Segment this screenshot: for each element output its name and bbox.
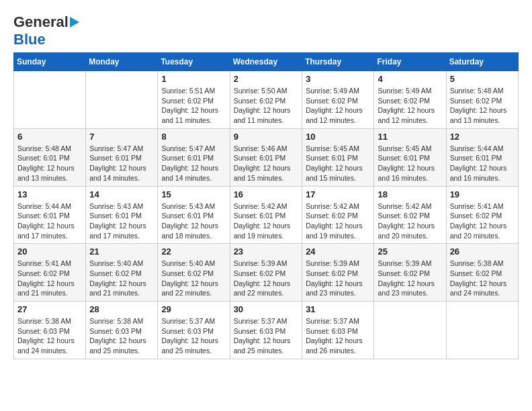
day-info: Sunrise: 5:38 AMSunset: 6:03 PMDaylight:…	[17, 316, 82, 356]
calendar-cell: 16Sunrise: 5:42 AMSunset: 6:01 PMDayligh…	[230, 186, 302, 244]
calendar-cell: 10Sunrise: 5:45 AMSunset: 6:01 PMDayligh…	[302, 128, 374, 186]
calendar-cell: 2Sunrise: 5:50 AMSunset: 6:02 PMDaylight…	[230, 71, 302, 129]
day-number: 7	[89, 132, 154, 142]
calendar-week-row: 20Sunrise: 5:41 AMSunset: 6:02 PMDayligh…	[14, 244, 519, 302]
day-info: Sunrise: 5:42 AMSunset: 6:02 PMDaylight:…	[306, 201, 370, 241]
day-info: Sunrise: 5:43 AMSunset: 6:01 PMDaylight:…	[161, 201, 226, 241]
calendar-cell: 18Sunrise: 5:42 AMSunset: 6:02 PMDayligh…	[374, 186, 446, 244]
day-number: 23	[234, 246, 299, 257]
day-info: Sunrise: 5:37 AMSunset: 6:03 PMDaylight:…	[234, 316, 299, 356]
day-info: Sunrise: 5:40 AMSunset: 6:02 PMDaylight:…	[161, 259, 226, 298]
calendar-cell: 8Sunrise: 5:47 AMSunset: 6:01 PMDaylight…	[158, 128, 230, 186]
calendar-header-wednesday: Wednesday	[230, 53, 302, 71]
calendar-week-row: 13Sunrise: 5:44 AMSunset: 6:01 PMDayligh…	[14, 186, 519, 244]
day-number: 31	[306, 304, 370, 314]
day-info: Sunrise: 5:37 AMSunset: 6:03 PMDaylight:…	[306, 316, 370, 356]
calendar-cell	[446, 302, 518, 359]
calendar-cell: 30Sunrise: 5:37 AMSunset: 6:03 PMDayligh…	[230, 302, 302, 359]
day-number: 20	[17, 246, 82, 257]
calendar-cell: 20Sunrise: 5:41 AMSunset: 6:02 PMDayligh…	[14, 244, 86, 302]
day-info: Sunrise: 5:47 AMSunset: 6:01 PMDaylight:…	[89, 144, 154, 183]
day-number: 28	[89, 304, 154, 314]
calendar-header-friday: Friday	[374, 53, 446, 71]
calendar-week-row: 27Sunrise: 5:38 AMSunset: 6:03 PMDayligh…	[14, 302, 519, 359]
calendar-cell: 9Sunrise: 5:46 AMSunset: 6:01 PMDaylight…	[230, 128, 302, 186]
day-number: 14	[89, 189, 154, 199]
day-number: 26	[450, 246, 515, 257]
day-info: Sunrise: 5:44 AMSunset: 6:01 PMDaylight:…	[450, 144, 515, 183]
day-number: 17	[306, 189, 370, 199]
calendar-cell: 7Sunrise: 5:47 AMSunset: 6:01 PMDaylight…	[86, 128, 158, 186]
day-info: Sunrise: 5:39 AMSunset: 6:02 PMDaylight:…	[378, 259, 442, 298]
calendar-cell: 27Sunrise: 5:38 AMSunset: 6:03 PMDayligh…	[14, 302, 86, 359]
logo: General Blue	[13, 13, 79, 48]
day-number: 5	[450, 74, 515, 84]
day-number: 4	[378, 74, 442, 84]
day-info: Sunrise: 5:48 AMSunset: 6:02 PMDaylight:…	[450, 86, 515, 126]
day-info: Sunrise: 5:42 AMSunset: 6:01 PMDaylight:…	[234, 201, 299, 241]
calendar-cell: 5Sunrise: 5:48 AMSunset: 6:02 PMDaylight…	[446, 71, 518, 129]
calendar-cell: 28Sunrise: 5:38 AMSunset: 6:03 PMDayligh…	[86, 302, 158, 359]
day-info: Sunrise: 5:49 AMSunset: 6:02 PMDaylight:…	[306, 86, 370, 126]
calendar-header-saturday: Saturday	[446, 53, 518, 71]
calendar-cell: 12Sunrise: 5:44 AMSunset: 6:01 PMDayligh…	[446, 128, 518, 186]
calendar-cell: 15Sunrise: 5:43 AMSunset: 6:01 PMDayligh…	[158, 186, 230, 244]
calendar-cell: 17Sunrise: 5:42 AMSunset: 6:02 PMDayligh…	[302, 186, 374, 244]
calendar-cell: 21Sunrise: 5:40 AMSunset: 6:02 PMDayligh…	[86, 244, 158, 302]
calendar-cell: 4Sunrise: 5:49 AMSunset: 6:02 PMDaylight…	[374, 71, 446, 129]
calendar-cell: 6Sunrise: 5:48 AMSunset: 6:01 PMDaylight…	[14, 128, 86, 186]
day-info: Sunrise: 5:38 AMSunset: 6:02 PMDaylight:…	[450, 259, 515, 298]
calendar-cell: 13Sunrise: 5:44 AMSunset: 6:01 PMDayligh…	[14, 186, 86, 244]
day-info: Sunrise: 5:38 AMSunset: 6:03 PMDaylight:…	[89, 316, 154, 356]
day-info: Sunrise: 5:39 AMSunset: 6:02 PMDaylight:…	[234, 259, 299, 298]
day-number: 25	[378, 246, 442, 257]
day-info: Sunrise: 5:51 AMSunset: 6:02 PMDaylight:…	[161, 86, 226, 126]
day-info: Sunrise: 5:45 AMSunset: 6:01 PMDaylight:…	[378, 144, 442, 183]
day-info: Sunrise: 5:42 AMSunset: 6:02 PMDaylight:…	[378, 201, 442, 241]
day-number: 21	[89, 246, 154, 257]
day-number: 3	[306, 74, 370, 84]
day-info: Sunrise: 5:47 AMSunset: 6:01 PMDaylight:…	[161, 144, 226, 183]
calendar-cell: 11Sunrise: 5:45 AMSunset: 6:01 PMDayligh…	[374, 128, 446, 186]
day-number: 8	[161, 132, 226, 142]
calendar-cell: 14Sunrise: 5:43 AMSunset: 6:01 PMDayligh…	[86, 186, 158, 244]
calendar-header-row: SundayMondayTuesdayWednesdayThursdayFrid…	[14, 53, 519, 71]
day-info: Sunrise: 5:45 AMSunset: 6:01 PMDaylight:…	[306, 144, 370, 183]
day-number: 18	[378, 189, 442, 199]
calendar-cell: 23Sunrise: 5:39 AMSunset: 6:02 PMDayligh…	[230, 244, 302, 302]
day-info: Sunrise: 5:40 AMSunset: 6:02 PMDaylight:…	[89, 259, 154, 298]
logo-blue: Blue	[13, 31, 46, 48]
page-header: General Blue	[13, 13, 519, 48]
day-info: Sunrise: 5:49 AMSunset: 6:02 PMDaylight:…	[378, 86, 442, 126]
calendar-header-tuesday: Tuesday	[158, 53, 230, 71]
day-number: 2	[234, 74, 299, 84]
day-info: Sunrise: 5:44 AMSunset: 6:01 PMDaylight:…	[17, 201, 82, 241]
day-info: Sunrise: 5:41 AMSunset: 6:02 PMDaylight:…	[450, 201, 515, 241]
calendar-week-row: 6Sunrise: 5:48 AMSunset: 6:01 PMDaylight…	[14, 128, 519, 186]
day-number: 10	[306, 132, 370, 142]
day-number: 6	[17, 132, 82, 142]
day-info: Sunrise: 5:48 AMSunset: 6:01 PMDaylight:…	[17, 144, 82, 183]
day-number: 29	[161, 304, 226, 314]
day-info: Sunrise: 5:43 AMSunset: 6:01 PMDaylight:…	[89, 201, 154, 241]
day-number: 30	[234, 304, 299, 314]
day-number: 19	[450, 189, 515, 199]
day-info: Sunrise: 5:46 AMSunset: 6:01 PMDaylight:…	[234, 144, 299, 183]
calendar-week-row: 1Sunrise: 5:51 AMSunset: 6:02 PMDaylight…	[14, 71, 519, 129]
day-number: 11	[378, 132, 442, 142]
calendar-header-thursday: Thursday	[302, 53, 374, 71]
day-number: 16	[234, 189, 299, 199]
calendar-cell	[86, 71, 158, 129]
calendar-header-sunday: Sunday	[14, 53, 86, 71]
day-number: 15	[161, 189, 226, 199]
calendar-cell: 22Sunrise: 5:40 AMSunset: 6:02 PMDayligh…	[158, 244, 230, 302]
calendar-cell: 3Sunrise: 5:49 AMSunset: 6:02 PMDaylight…	[302, 71, 374, 129]
day-number: 1	[161, 74, 226, 84]
calendar-header-monday: Monday	[86, 53, 158, 71]
calendar-cell: 31Sunrise: 5:37 AMSunset: 6:03 PMDayligh…	[302, 302, 374, 359]
calendar-cell	[374, 302, 446, 359]
calendar-cell	[14, 71, 86, 129]
calendar-cell: 24Sunrise: 5:39 AMSunset: 6:02 PMDayligh…	[302, 244, 374, 302]
day-number: 13	[17, 189, 82, 199]
day-number: 24	[306, 246, 370, 257]
